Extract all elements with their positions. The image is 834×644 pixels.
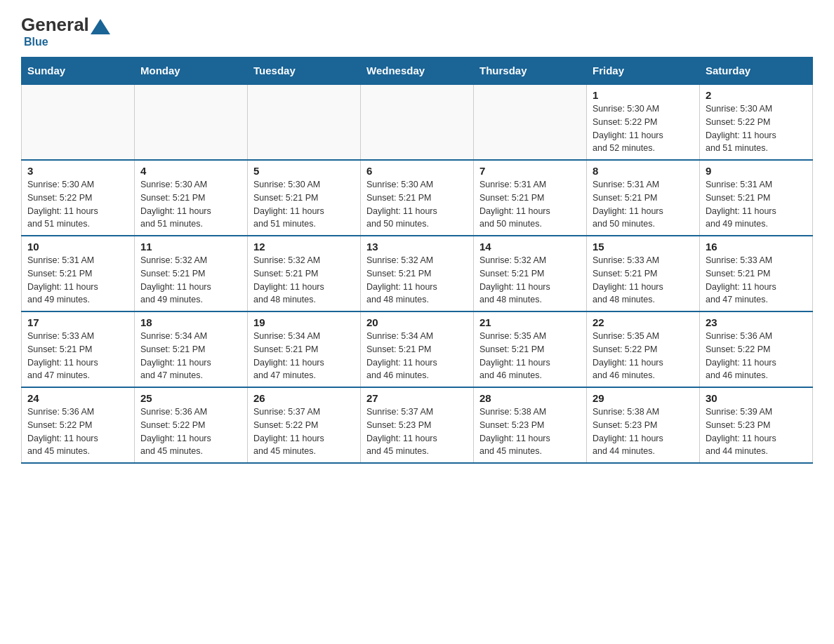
day-info: Sunrise: 5:34 AMSunset: 5:21 PMDaylight:…: [140, 330, 241, 382]
calendar-cell: 15Sunrise: 5:33 AMSunset: 5:21 PMDayligh…: [587, 236, 700, 311]
day-number: 29: [593, 392, 694, 404]
day-info: Sunrise: 5:37 AMSunset: 5:22 PMDaylight:…: [253, 405, 355, 458]
calendar-cell: 4Sunrise: 5:30 AMSunset: 5:21 PMDaylight…: [135, 160, 248, 236]
calendar-cell: 27Sunrise: 5:37 AMSunset: 5:23 PMDayligh…: [361, 387, 474, 463]
day-number: 9: [706, 165, 807, 177]
day-info: Sunrise: 5:38 AMSunset: 5:23 PMDaylight:…: [479, 405, 581, 458]
day-info: Sunrise: 5:36 AMSunset: 5:22 PMDaylight:…: [706, 330, 807, 382]
calendar-cell: [248, 84, 361, 160]
day-info: Sunrise: 5:30 AMSunset: 5:21 PMDaylight:…: [253, 178, 355, 231]
logo: General Blue: [21, 14, 112, 48]
calendar-week-row: 1Sunrise: 5:30 AMSunset: 5:22 PMDaylight…: [22, 84, 813, 160]
calendar-cell: 6Sunrise: 5:30 AMSunset: 5:21 PMDaylight…: [361, 160, 474, 236]
calendar-cell: 20Sunrise: 5:34 AMSunset: 5:21 PMDayligh…: [361, 311, 474, 387]
day-number: 11: [140, 241, 241, 253]
day-info: Sunrise: 5:30 AMSunset: 5:22 PMDaylight:…: [593, 102, 694, 155]
day-info: Sunrise: 5:30 AMSunset: 5:22 PMDaylight:…: [706, 102, 807, 155]
calendar-cell: 13Sunrise: 5:32 AMSunset: 5:21 PMDayligh…: [361, 236, 474, 311]
day-number: 4: [140, 165, 241, 177]
calendar-cell: 12Sunrise: 5:32 AMSunset: 5:21 PMDayligh…: [248, 236, 361, 311]
day-info: Sunrise: 5:36 AMSunset: 5:22 PMDaylight:…: [27, 405, 128, 458]
calendar-cell: [474, 84, 587, 160]
day-number: 13: [366, 241, 468, 253]
header: General Blue: [21, 14, 813, 48]
logo-general: General: [21, 14, 89, 36]
day-number: 12: [253, 241, 355, 253]
day-number: 20: [366, 316, 468, 328]
calendar-week-row: 17Sunrise: 5:33 AMSunset: 5:21 PMDayligh…: [22, 311, 813, 387]
day-number: 3: [27, 165, 128, 177]
calendar-cell: 8Sunrise: 5:31 AMSunset: 5:21 PMDaylight…: [587, 160, 700, 236]
calendar-cell: 3Sunrise: 5:30 AMSunset: 5:22 PMDaylight…: [22, 160, 135, 236]
day-number: 27: [366, 392, 468, 404]
day-number: 5: [253, 165, 355, 177]
day-number: 19: [253, 316, 355, 328]
calendar-cell: 17Sunrise: 5:33 AMSunset: 5:21 PMDayligh…: [22, 311, 135, 387]
day-number: 10: [27, 241, 128, 253]
calendar-cell: 18Sunrise: 5:34 AMSunset: 5:21 PMDayligh…: [135, 311, 248, 387]
calendar-week-row: 24Sunrise: 5:36 AMSunset: 5:22 PMDayligh…: [22, 387, 813, 463]
day-info: Sunrise: 5:32 AMSunset: 5:21 PMDaylight:…: [479, 254, 581, 307]
weekday-header-friday: Friday: [587, 58, 700, 85]
day-info: Sunrise: 5:32 AMSunset: 5:21 PMDaylight:…: [366, 254, 468, 307]
calendar-cell: 26Sunrise: 5:37 AMSunset: 5:22 PMDayligh…: [248, 387, 361, 463]
weekday-header-saturday: Saturday: [700, 58, 813, 85]
day-number: 25: [140, 392, 241, 404]
calendar-cell: 1Sunrise: 5:30 AMSunset: 5:22 PMDaylight…: [587, 84, 700, 160]
calendar-header-row: SundayMondayTuesdayWednesdayThursdayFrid…: [22, 58, 813, 85]
calendar-cell: 14Sunrise: 5:32 AMSunset: 5:21 PMDayligh…: [474, 236, 587, 311]
day-number: 30: [706, 392, 807, 404]
day-number: 21: [479, 316, 581, 328]
calendar-cell: 30Sunrise: 5:39 AMSunset: 5:23 PMDayligh…: [700, 387, 813, 463]
calendar-cell: 28Sunrise: 5:38 AMSunset: 5:23 PMDayligh…: [474, 387, 587, 463]
day-number: 28: [479, 392, 581, 404]
calendar-cell: 21Sunrise: 5:35 AMSunset: 5:21 PMDayligh…: [474, 311, 587, 387]
weekday-header-sunday: Sunday: [22, 58, 135, 85]
day-info: Sunrise: 5:30 AMSunset: 5:22 PMDaylight:…: [27, 178, 128, 231]
day-info: Sunrise: 5:32 AMSunset: 5:21 PMDaylight:…: [140, 254, 241, 307]
day-number: 24: [27, 392, 128, 404]
logo-flag-icon: [91, 19, 110, 34]
day-number: 26: [253, 392, 355, 404]
day-number: 22: [593, 316, 694, 328]
day-info: Sunrise: 5:31 AMSunset: 5:21 PMDaylight:…: [27, 254, 128, 307]
calendar-cell: 9Sunrise: 5:31 AMSunset: 5:21 PMDaylight…: [700, 160, 813, 236]
day-info: Sunrise: 5:34 AMSunset: 5:21 PMDaylight:…: [253, 330, 355, 382]
weekday-header-wednesday: Wednesday: [361, 58, 474, 85]
day-number: 16: [706, 241, 807, 253]
calendar-cell: 19Sunrise: 5:34 AMSunset: 5:21 PMDayligh…: [248, 311, 361, 387]
weekday-header-tuesday: Tuesday: [248, 58, 361, 85]
day-number: 14: [479, 241, 581, 253]
day-number: 23: [706, 316, 807, 328]
day-info: Sunrise: 5:31 AMSunset: 5:21 PMDaylight:…: [706, 178, 807, 231]
logo-text: General: [21, 14, 112, 36]
day-number: 1: [593, 89, 694, 101]
day-info: Sunrise: 5:33 AMSunset: 5:21 PMDaylight:…: [27, 330, 128, 382]
day-info: Sunrise: 5:33 AMSunset: 5:21 PMDaylight:…: [593, 254, 694, 307]
day-info: Sunrise: 5:33 AMSunset: 5:21 PMDaylight:…: [706, 254, 807, 307]
calendar-cell: [135, 84, 248, 160]
calendar-cell: 23Sunrise: 5:36 AMSunset: 5:22 PMDayligh…: [700, 311, 813, 387]
day-number: 2: [706, 89, 807, 101]
day-info: Sunrise: 5:39 AMSunset: 5:23 PMDaylight:…: [706, 405, 807, 458]
day-number: 8: [593, 165, 694, 177]
day-number: 6: [366, 165, 468, 177]
calendar-cell: 10Sunrise: 5:31 AMSunset: 5:21 PMDayligh…: [22, 236, 135, 311]
calendar-cell: 25Sunrise: 5:36 AMSunset: 5:22 PMDayligh…: [135, 387, 248, 463]
day-info: Sunrise: 5:35 AMSunset: 5:22 PMDaylight:…: [593, 330, 694, 382]
day-number: 18: [140, 316, 241, 328]
weekday-header-thursday: Thursday: [474, 58, 587, 85]
day-info: Sunrise: 5:30 AMSunset: 5:21 PMDaylight:…: [366, 178, 468, 231]
day-info: Sunrise: 5:31 AMSunset: 5:21 PMDaylight:…: [479, 178, 581, 231]
calendar-cell: 24Sunrise: 5:36 AMSunset: 5:22 PMDayligh…: [22, 387, 135, 463]
calendar-week-row: 10Sunrise: 5:31 AMSunset: 5:21 PMDayligh…: [22, 236, 813, 311]
calendar-cell: [22, 84, 135, 160]
day-number: 7: [479, 165, 581, 177]
weekday-header-monday: Monday: [135, 58, 248, 85]
day-info: Sunrise: 5:35 AMSunset: 5:21 PMDaylight:…: [479, 330, 581, 382]
day-info: Sunrise: 5:34 AMSunset: 5:21 PMDaylight:…: [366, 330, 468, 382]
day-info: Sunrise: 5:36 AMSunset: 5:22 PMDaylight:…: [140, 405, 241, 458]
calendar-cell: [361, 84, 474, 160]
calendar-week-row: 3Sunrise: 5:30 AMSunset: 5:22 PMDaylight…: [22, 160, 813, 236]
day-info: Sunrise: 5:30 AMSunset: 5:21 PMDaylight:…: [140, 178, 241, 231]
